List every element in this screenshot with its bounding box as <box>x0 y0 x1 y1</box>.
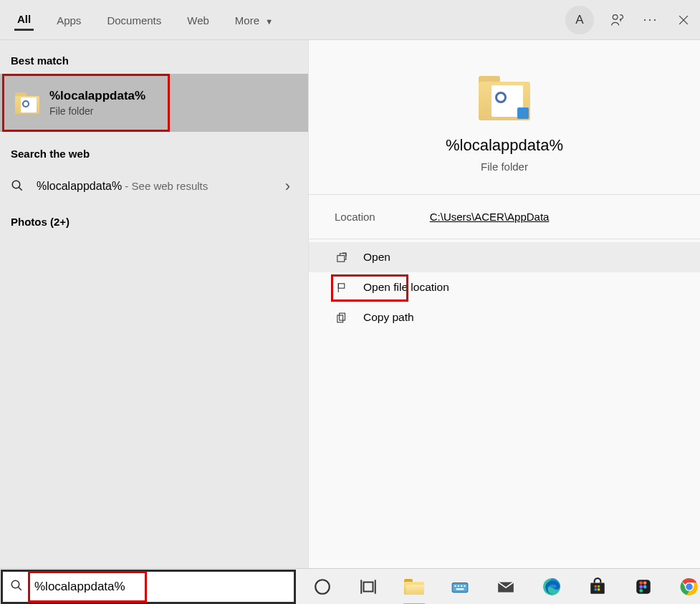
search-scope-tabs: All Apps Documents Web More ▼ <box>14 9 276 31</box>
best-match-text: %localappdata% File folder <box>49 89 145 117</box>
more-options-icon[interactable]: ··· <box>641 11 660 29</box>
top-tab-bar: All Apps Documents Web More ▼ A ··· <box>0 0 700 40</box>
photos-heading[interactable]: Photos (2+) <box>0 210 308 235</box>
action-copy-path-label: Copy path <box>363 311 414 324</box>
svg-point-22 <box>639 581 643 585</box>
best-match-result[interactable]: %localappdata% File folder <box>2 74 170 132</box>
tab-web[interactable]: Web <box>184 10 212 30</box>
action-open-file-location[interactable]: Open file location <box>309 272 700 302</box>
preview-title: %localappdata% <box>446 136 563 155</box>
microsoft-store-icon[interactable] <box>587 576 608 598</box>
file-explorer-icon[interactable] <box>403 576 425 598</box>
svg-point-25 <box>643 585 647 588</box>
search-icon <box>10 579 23 595</box>
svg-rect-13 <box>464 585 465 586</box>
topbar-actions: A ··· <box>565 6 693 34</box>
tab-more-label: More <box>235 14 259 27</box>
search-icon <box>11 179 24 194</box>
chevron-right-icon: › <box>285 177 297 196</box>
svg-point-26 <box>639 589 643 593</box>
task-view-icon[interactable] <box>358 576 379 598</box>
copy-icon <box>335 311 347 324</box>
best-match-heading: Best match <box>0 49 308 74</box>
best-match-row-container: %localappdata% File folder <box>0 74 308 132</box>
chrome-icon[interactable] <box>679 576 700 598</box>
svg-rect-12 <box>461 585 462 586</box>
best-match-title: %localappdata% <box>49 89 145 103</box>
onscreen-keyboard-icon[interactable] <box>449 576 471 598</box>
taskbar <box>0 568 700 604</box>
figma-icon[interactable] <box>633 576 654 598</box>
folder-icon <box>15 92 39 114</box>
svg-point-24 <box>639 585 643 588</box>
svg-point-23 <box>643 581 647 585</box>
user-avatar[interactable]: A <box>565 6 594 34</box>
svg-rect-14 <box>456 588 464 590</box>
search-web-heading: Search the web <box>0 142 308 167</box>
svg-rect-17 <box>595 585 597 587</box>
svg-rect-3 <box>338 283 345 287</box>
svg-rect-2 <box>337 255 344 262</box>
action-copy-path[interactable]: Copy path <box>309 302 700 332</box>
web-search-result[interactable]: %localappdata% - See web results › <box>0 167 308 206</box>
cortana-icon[interactable] <box>312 576 333 598</box>
preview-header: %localappdata% File folder <box>309 40 700 195</box>
best-match-subtitle: File folder <box>49 105 145 117</box>
taskbar-search-box[interactable] <box>1 570 296 604</box>
tab-documents[interactable]: Documents <box>104 10 164 30</box>
location-label: Location <box>335 211 375 223</box>
web-result-text: %localappdata% - See web results <box>37 180 208 193</box>
search-results-main: Best match %localappdata% File folder Se… <box>0 40 700 568</box>
location-path[interactable]: C:\Users\ACER\AppData <box>430 211 550 223</box>
svg-point-1 <box>12 181 20 188</box>
location-row: Location C:\Users\ACER\AppData <box>309 195 700 239</box>
web-result-suffix: - See web results <box>122 180 208 192</box>
svg-point-0 <box>613 14 618 19</box>
preview-pane: %localappdata% File folder Location C:\U… <box>308 40 700 568</box>
open-icon <box>335 251 347 264</box>
preview-subtitle: File folder <box>481 160 528 173</box>
svg-rect-19 <box>595 588 597 590</box>
taskbar-search-input[interactable] <box>33 579 287 595</box>
tab-apps[interactable]: Apps <box>54 10 84 30</box>
svg-rect-10 <box>454 585 456 586</box>
web-result-term: %localappdata% <box>37 180 122 192</box>
svg-rect-9 <box>452 583 468 592</box>
svg-rect-4 <box>339 313 345 320</box>
svg-rect-20 <box>598 588 600 590</box>
action-open-file-location-label: Open file location <box>363 281 449 294</box>
tab-all[interactable]: All <box>14 9 34 31</box>
taskbar-pinned-apps <box>296 576 700 598</box>
svg-rect-5 <box>337 315 342 322</box>
action-open-label: Open <box>363 251 390 264</box>
edge-browser-icon[interactable] <box>541 576 562 598</box>
folder-icon-large <box>479 76 530 120</box>
svg-point-6 <box>11 580 19 588</box>
results-list-pane: Best match %localappdata% File folder Se… <box>0 40 308 568</box>
svg-rect-11 <box>458 585 459 586</box>
svg-point-7 <box>315 580 330 594</box>
preview-actions: Open Open file location Copy path <box>309 239 700 335</box>
tab-more[interactable]: More ▼ <box>232 10 276 30</box>
file-location-icon <box>335 281 347 294</box>
chevron-down-icon: ▼ <box>265 17 273 26</box>
svg-rect-18 <box>598 585 600 587</box>
feedback-icon[interactable] <box>608 11 627 29</box>
action-open[interactable]: Open <box>309 242 700 272</box>
svg-rect-8 <box>364 582 373 591</box>
close-icon[interactable] <box>674 11 693 29</box>
svg-rect-16 <box>590 583 605 593</box>
mail-icon[interactable] <box>495 576 517 598</box>
